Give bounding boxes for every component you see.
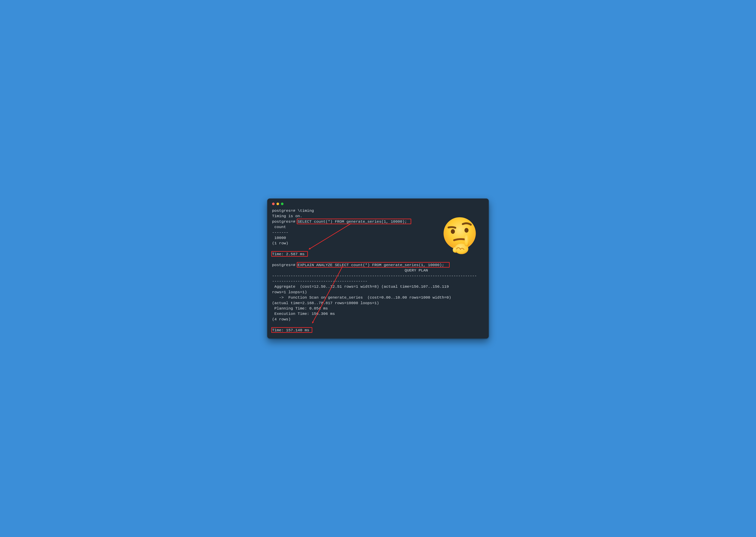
close-icon[interactable]: [272, 203, 275, 205]
terminal-window: postgres=# \timing Timing is on. postgre…: [267, 198, 489, 339]
stage: postgres=# \timing Timing is on. postgre…: [258, 183, 498, 354]
svg-rect-6: [465, 235, 469, 246]
thinking-face-icon: [440, 215, 479, 255]
svg-point-3: [451, 229, 455, 234]
window-controls: [272, 203, 484, 205]
zoom-icon[interactable]: [281, 203, 284, 205]
svg-point-4: [465, 228, 469, 232]
minimize-icon[interactable]: [277, 203, 279, 205]
